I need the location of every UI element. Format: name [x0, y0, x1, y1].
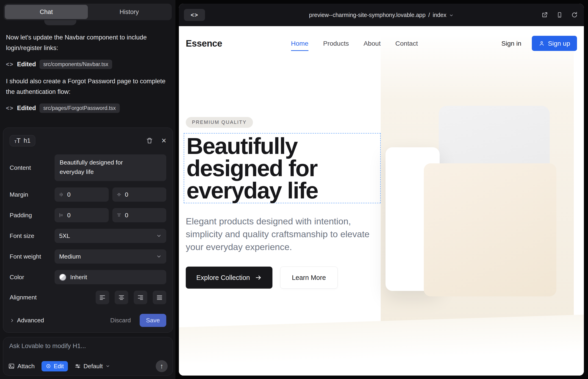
delete-element-button[interactable]: [146, 137, 153, 144]
attach-button[interactable]: Attach: [8, 363, 35, 370]
site-navbar: Essence Home Products About Contact Sign…: [179, 26, 584, 61]
refresh-button[interactable]: [571, 12, 578, 18]
chat-messages: Now let's update the Navbar component to…: [6, 32, 168, 120]
edited-file-row: <> Edited src/pages/ForgotPassword.tsx: [6, 103, 168, 113]
element-editor-panel: тT h1 × Content Beautifully designed for…: [3, 127, 173, 333]
margin-y-input[interactable]: 0: [112, 188, 167, 202]
chevron-down-icon: [449, 13, 454, 18]
content-label: Content: [10, 164, 55, 171]
model-default-button[interactable]: Default: [75, 363, 110, 370]
padding-x-input[interactable]: 0: [55, 208, 109, 222]
explore-collection-button[interactable]: Explore Collection: [186, 267, 272, 289]
font-size-row: Font size 5XL: [10, 229, 166, 243]
send-button[interactable]: ↑: [156, 360, 168, 372]
close-editor-button[interactable]: ×: [161, 137, 166, 145]
code-icon: <>: [6, 105, 14, 111]
align-left-icon: [99, 294, 106, 300]
edit-mode-button[interactable]: Edit: [42, 361, 68, 371]
code-icon: <>: [6, 61, 14, 68]
nav-link-products[interactable]: Products: [323, 40, 349, 47]
color-label: Color: [10, 274, 55, 281]
sliders-icon: [75, 363, 81, 369]
align-justify-button[interactable]: [153, 291, 166, 304]
editor-footer: Advanced Discard Save: [10, 314, 166, 327]
sign-in-button[interactable]: Sign in: [501, 40, 521, 47]
padding-y-icon: [117, 213, 122, 218]
explore-collection-label: Explore Collection: [196, 274, 250, 282]
learn-more-button[interactable]: Learn More: [280, 267, 338, 289]
preview-url[interactable]: preview--charming-site-symphony.lovable.…: [179, 12, 584, 18]
tab-history[interactable]: History: [88, 5, 171, 19]
color-swatch: [59, 274, 66, 281]
arrow-right-icon: [255, 274, 262, 281]
alignment-label: Alignment: [10, 294, 55, 301]
align-left-button[interactable]: [96, 291, 109, 304]
composer-toolbar: Attach Edit Default ↑: [8, 360, 168, 372]
sign-up-label: Sign up: [548, 40, 570, 47]
vertical-spacing-icon: [59, 192, 64, 197]
selected-element-outline[interactable]: Beautifully designed for everyday life: [184, 133, 381, 203]
align-right-button[interactable]: [134, 291, 147, 304]
sign-up-button[interactable]: Sign up: [532, 36, 577, 51]
discard-button[interactable]: Discard: [110, 317, 131, 324]
hero-subtext: Elegant products designed with intention…: [186, 215, 373, 253]
align-center-button[interactable]: [115, 291, 128, 304]
padding-x-icon: [59, 213, 64, 218]
font-size-label: Font size: [10, 232, 55, 239]
prompt-input[interactable]: Ask Lovable to modify H1...: [9, 342, 167, 350]
color-value: Inherit: [70, 274, 87, 281]
open-in-new-tab-button[interactable]: [541, 12, 548, 18]
font-weight-select[interactable]: Medium: [55, 249, 166, 264]
padding-y-input[interactable]: 0: [112, 208, 167, 222]
chevron-down-icon: [106, 364, 110, 368]
close-icon: ×: [161, 137, 166, 145]
font-weight-value: Medium: [59, 253, 81, 260]
element-tag-chip[interactable]: тT h1: [10, 135, 35, 146]
advanced-toggle[interactable]: Advanced: [10, 317, 44, 324]
target-icon: [46, 363, 51, 369]
mobile-view-button[interactable]: [556, 12, 563, 18]
edited-file-row: <> Edited src/components/Navbar.tsx: [6, 60, 168, 69]
font-weight-row: Font weight Medium: [10, 249, 166, 264]
color-select[interactable]: Inherit: [55, 270, 166, 284]
site-logo[interactable]: Essence: [186, 38, 222, 49]
edited-label: Edited: [17, 61, 36, 68]
external-link-icon: [541, 12, 548, 18]
hero-badge: PREMIUM QUALITY: [186, 117, 253, 128]
image-icon: [8, 363, 15, 369]
alignment-row: Alignment: [10, 291, 166, 304]
content-input[interactable]: Beautifully designed for everyday life: [55, 154, 166, 181]
nav-link-about[interactable]: About: [363, 40, 380, 47]
font-size-select[interactable]: 5XL: [55, 229, 166, 243]
file-path-badge[interactable]: src/components/Navbar.tsx: [39, 60, 112, 69]
margin-label: Margin: [10, 191, 55, 198]
chat-message: I should also create a Forgot Password p…: [6, 76, 168, 97]
site-nav-links: Home Products About Contact: [291, 40, 418, 47]
editor-header-actions: ×: [146, 137, 166, 145]
site-nav-right: Sign in Sign up: [501, 36, 577, 51]
refresh-icon: [571, 12, 578, 18]
tab-chat[interactable]: Chat: [5, 5, 88, 19]
font-size-value: 5XL: [59, 232, 70, 239]
hero-headline[interactable]: Beautifully designed for everyday life: [186, 135, 365, 202]
decor-card-beige: [424, 163, 556, 296]
url-separator: /: [428, 12, 430, 18]
url-text: preview--charming-site-symphony.lovable.…: [309, 12, 426, 18]
margin-x-value: 0: [67, 191, 71, 198]
nav-link-home[interactable]: Home: [291, 40, 309, 47]
content-row: Content Beautifully designed for everyda…: [10, 154, 166, 181]
nav-link-contact[interactable]: Contact: [395, 40, 418, 47]
editor-header: тT h1 ×: [10, 133, 166, 148]
attach-label: Attach: [17, 363, 35, 370]
preview-actions: [541, 12, 578, 18]
padding-x-value: 0: [67, 212, 71, 219]
padding-y-value: 0: [125, 212, 128, 219]
margin-x-input[interactable]: 0: [55, 188, 109, 202]
trash-icon: [146, 137, 153, 144]
prompt-composer: Ask Lovable to modify H1... Attach Edit …: [3, 337, 173, 376]
user-icon: [539, 40, 545, 46]
horizontal-spacing-icon: [117, 192, 122, 197]
file-path-badge[interactable]: src/pages/ForgotPassword.tsx: [39, 103, 120, 113]
save-button[interactable]: Save: [140, 314, 166, 327]
advanced-label: Advanced: [17, 317, 44, 324]
